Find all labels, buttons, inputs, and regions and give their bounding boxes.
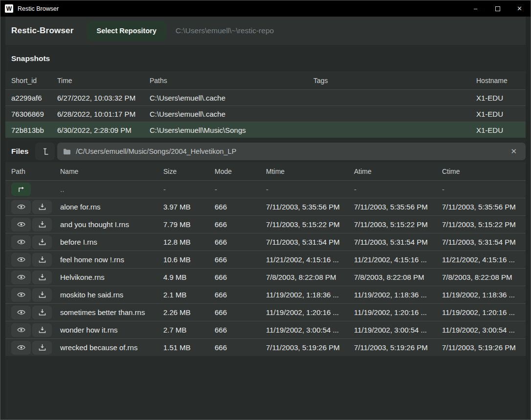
download-icon <box>39 221 46 228</box>
view-file-button[interactable] <box>11 218 31 231</box>
file-name: feel home now !.rns <box>54 255 157 264</box>
eye-icon <box>17 274 25 280</box>
snapshot-row-selected[interactable]: 72b813bb 6/30/2022, 2:28:09 PM C:\Users\… <box>5 122 526 138</box>
file-ctime: 7/11/2003, 5:35:56 PM <box>436 203 526 211</box>
restic-browser-window: W Restic Browser – ✕ Restic-Browser Sele… <box>0 0 531 420</box>
files-path-value[interactable]: /C/Users/emuell/Music/Songs/2004_Helveti… <box>76 147 508 155</box>
file-mode: 666 <box>209 326 260 334</box>
file-size: 7.79 MB <box>157 220 209 229</box>
file-mode: 666 <box>209 238 260 246</box>
file-name: alone for.rns <box>54 203 157 211</box>
minimize-button[interactable]: – <box>465 0 487 17</box>
parent-dir-row[interactable]: .. - - - - - <box>5 180 526 198</box>
file-ctime: 7/8/2003, 8:22:08 PM <box>436 273 526 281</box>
col-short-id[interactable]: Short_id <box>5 77 51 84</box>
select-repository-button[interactable]: Select Repository <box>87 21 167 41</box>
file-mtime: 11/21/2002, 4:15:16 ... <box>260 255 348 264</box>
file-size: 2.7 MB <box>157 326 209 334</box>
main-content: Snapshots Short_id Time Paths Tags Hostn… <box>5 45 526 420</box>
col-name[interactable]: Name <box>54 168 157 175</box>
file-row: wonder how it.rns 2.7 MB 666 11/19/2002,… <box>5 321 526 338</box>
file-mtime: - <box>260 185 348 193</box>
file-name: Helvikone.rns <box>54 273 157 281</box>
file-name: sometimes better than.rns <box>54 308 157 316</box>
file-row: moskito he said.rns 2.1 MB 666 11/19/200… <box>5 286 526 303</box>
eye-icon <box>17 309 25 315</box>
col-size[interactable]: Size <box>157 168 209 175</box>
file-atime: 11/21/2002, 4:15:16 ... <box>348 255 436 264</box>
file-mtime: 7/11/2003, 5:15:22 PM <box>260 220 348 229</box>
col-mode[interactable]: Mode <box>209 168 260 175</box>
view-file-button[interactable] <box>11 341 31 355</box>
col-paths[interactable]: Paths <box>144 77 308 84</box>
close-button[interactable]: ✕ <box>509 0 531 17</box>
snapshots-table: Short_id Time Paths Tags Hostname a2299a… <box>5 71 526 138</box>
file-mode: 666 <box>209 291 260 299</box>
snapshot-paths: C:\Users\emuell\.cache <box>144 110 308 118</box>
dump-file-button[interactable] <box>32 306 52 319</box>
col-tags[interactable]: Tags <box>308 77 470 84</box>
download-icon <box>39 326 46 334</box>
dump-file-button[interactable] <box>32 218 52 231</box>
file-ctime: 7/11/2003, 5:15:22 PM <box>436 220 526 229</box>
view-file-button[interactable] <box>11 200 31 214</box>
file-ctime: - <box>436 185 526 193</box>
dump-file-button[interactable] <box>32 271 52 284</box>
dump-file-button[interactable] <box>32 235 52 249</box>
dump-file-button[interactable] <box>32 288 52 302</box>
view-file-button[interactable] <box>11 323 31 337</box>
tree-view-toggle-button[interactable] <box>35 143 55 160</box>
file-atime: 7/11/2003, 5:19:26 PM <box>348 343 436 352</box>
view-file-button[interactable] <box>11 235 31 249</box>
col-hostname[interactable]: Hostname <box>470 77 526 84</box>
snapshot-paths: C:\Users\emuell\.cache <box>144 94 308 102</box>
files-table: Path Name Size Mode Mtime Atime Ctime <box>5 162 526 356</box>
download-icon <box>39 309 46 316</box>
download-icon <box>39 291 46 298</box>
eye-icon <box>17 256 25 263</box>
col-mtime[interactable]: Mtime <box>260 168 348 175</box>
file-atime: - <box>348 185 436 193</box>
view-file-button[interactable] <box>11 306 31 319</box>
dump-file-button[interactable] <box>32 323 52 337</box>
dump-file-button[interactable] <box>32 341 52 355</box>
file-mode: 666 <box>209 343 260 352</box>
file-name: moskito he said.rns <box>54 291 157 299</box>
file-mtime: 7/11/2003, 5:31:54 PM <box>260 238 348 246</box>
snapshot-hostname: X1-EDU <box>470 94 526 102</box>
col-path[interactable]: Path <box>5 168 54 175</box>
files-path-bar[interactable]: /C/Users/emuell/Music/Songs/2004_Helveti… <box>57 143 526 160</box>
snapshot-row[interactable]: 76306869 6/28/2022, 10:01:17 PM C:\Users… <box>5 105 526 122</box>
clear-path-button[interactable]: ✕ <box>508 146 520 157</box>
file-row: before I.rns 12.8 MB 666 7/11/2003, 5:31… <box>5 233 526 251</box>
maximize-button[interactable] <box>487 0 509 17</box>
file-row: sometimes better than.rns 2.26 MB 666 11… <box>5 303 526 321</box>
view-file-button[interactable] <box>11 271 31 284</box>
file-atime: 11/19/2002, 1:20:16 ... <box>348 308 436 316</box>
file-size: 3.97 MB <box>157 203 209 211</box>
snapshot-time: 6/28/2022, 10:01:17 PM <box>51 110 144 118</box>
up-right-arrow-icon <box>18 187 25 192</box>
files-bar: Files /C/Users/emuell/Music/Songs/2004_H… <box>5 138 526 162</box>
files-table-header: Path Name Size Mode Mtime Atime Ctime <box>5 162 526 180</box>
view-file-button[interactable] <box>11 288 31 302</box>
view-file-button[interactable] <box>11 253 31 267</box>
col-atime[interactable]: Atime <box>348 168 436 175</box>
download-icon <box>39 273 46 281</box>
window-controls: – ✕ <box>465 0 531 17</box>
go-parent-dir-button[interactable] <box>11 183 31 196</box>
repository-path: C:\Users\emuell\~\restic-repo <box>176 26 274 35</box>
dump-file-button[interactable] <box>32 253 52 267</box>
col-ctime[interactable]: Ctime <box>436 168 526 175</box>
file-atime: 11/19/2002, 3:00:54 ... <box>348 326 436 334</box>
file-row: Helvikone.rns 4.9 MB 666 7/8/2003, 8:22:… <box>5 268 526 286</box>
file-mode: 666 <box>209 255 260 264</box>
dump-file-button[interactable] <box>32 200 52 214</box>
col-time[interactable]: Time <box>51 77 144 84</box>
snapshot-row[interactable]: a2299af6 6/27/2022, 10:03:32 PM C:\Users… <box>5 89 526 105</box>
file-mtime: 7/11/2003, 5:35:56 PM <box>260 203 348 211</box>
file-atime: 7/11/2003, 5:35:56 PM <box>348 203 436 211</box>
folder-icon <box>63 148 71 155</box>
snapshot-paths: C:\Users\emuell\Music\Songs <box>144 126 308 134</box>
snapshot-short-id: 76306869 <box>5 110 51 118</box>
